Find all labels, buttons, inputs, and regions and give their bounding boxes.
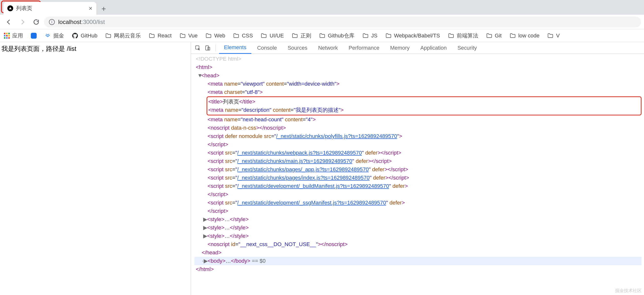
page-body: 我是列表页面，路径是 /list — [0, 42, 191, 295]
bookmark-folder[interactable]: 前端算法 — [448, 32, 478, 39]
inspect-icon[interactable] — [194, 44, 202, 52]
new-tab-button[interactable]: + — [98, 3, 110, 15]
folder-icon — [486, 33, 492, 39]
folder-icon — [547, 33, 554, 39]
tab-title: 列表页 — [16, 5, 86, 12]
bookmark-folder[interactable]: Webpack/Babel/TS — [385, 33, 440, 39]
bookmarks-bar: 应用 掘金 GitHub 网易云音乐ReactVueWebCSSUI/UE正则G… — [0, 29, 644, 42]
bookmark-folder[interactable]: 网易云音乐 — [105, 32, 141, 39]
github-icon — [72, 33, 78, 39]
bookmark-juejin[interactable]: 掘金 — [44, 32, 64, 39]
bookmark-folder[interactable]: JS — [362, 33, 378, 39]
svg-rect-1 — [206, 46, 208, 50]
folder-icon — [233, 33, 239, 39]
apps-icon — [4, 33, 10, 39]
annotation-highlight-dom: <title>列表页</title><meta name="descriptio… — [206, 96, 642, 115]
folder-icon — [149, 33, 155, 39]
devtools-tab-performance[interactable]: Performance — [344, 42, 384, 54]
favicon-icon — [7, 6, 13, 11]
folder-icon — [319, 33, 326, 39]
browser-tab[interactable]: 列表页 × — [4, 2, 96, 15]
bookmark-github[interactable]: GitHub — [72, 33, 97, 39]
devtools-tab-security[interactable]: Security — [452, 42, 482, 54]
folder-icon — [206, 33, 212, 39]
device-toggle-icon[interactable] — [203, 44, 212, 52]
folder-icon — [180, 33, 186, 39]
folder-icon — [292, 33, 298, 39]
bookmark-folder[interactable]: Vue — [180, 33, 198, 39]
bookmark-item[interactable] — [31, 33, 37, 39]
devtools-tab-elements[interactable]: Elements — [219, 42, 251, 54]
devtools-tab-application[interactable]: Application — [416, 42, 452, 54]
folder-icon — [362, 33, 369, 39]
bookmark-folder[interactable]: Web — [206, 33, 225, 39]
close-tab-icon[interactable]: × — [89, 5, 92, 12]
devtools-tab-network[interactable]: Network — [313, 42, 343, 54]
back-button[interactable] — [3, 16, 15, 28]
devtools-tabs: ElementsConsoleSourcesNetworkPerformance… — [191, 42, 644, 54]
browser-toolbar: i localhost:3000/list — [0, 15, 644, 29]
bookmark-folder[interactable]: Git — [486, 33, 502, 39]
devtools-tab-memory[interactable]: Memory — [385, 42, 414, 54]
folder-icon — [385, 33, 392, 39]
folder-icon — [105, 33, 112, 39]
bookmark-folder[interactable]: Github仓库 — [319, 32, 354, 39]
folder-icon — [261, 33, 267, 39]
bookmark-folder[interactable]: CSS — [233, 33, 253, 39]
folder-icon — [510, 33, 516, 39]
bookmark-folder[interactable]: UI/UE — [261, 33, 284, 39]
watermark: 掘金技术社区 — [615, 288, 642, 293]
reload-button[interactable] — [30, 16, 42, 28]
content-area: 我是列表页面，路径是 /list ElementsConsoleSourcesN… — [0, 42, 644, 295]
folder-icon — [448, 33, 454, 39]
bookmark-folder[interactable]: V — [547, 33, 560, 39]
apps-button[interactable]: 应用 — [4, 32, 23, 39]
address-bar[interactable]: i localhost:3000/list — [44, 17, 641, 27]
page-text: 我是列表页面，路径是 /list — [2, 45, 76, 52]
bookmark-folder[interactable]: 正则 — [292, 32, 311, 39]
bookmark-icon — [31, 33, 37, 39]
url-text: localhost:3000/list — [58, 19, 105, 26]
bookmark-folder[interactable]: React — [149, 33, 172, 39]
tab-strip: 列表页 × + — [0, 0, 644, 15]
site-info-icon[interactable]: i — [49, 19, 55, 25]
devtools-tab-sources[interactable]: Sources — [283, 42, 312, 54]
forward-button[interactable] — [17, 16, 28, 28]
devtools-tab-console[interactable]: Console — [252, 42, 282, 54]
bookmark-folder[interactable]: low code — [510, 33, 540, 39]
devtools-panel: ElementsConsoleSourcesNetworkPerformance… — [191, 42, 644, 295]
separator — [216, 45, 216, 51]
dom-tree[interactable]: <!DOCTYPE html><html>▼<head><meta name="… — [191, 54, 644, 295]
juejin-icon — [44, 33, 51, 39]
